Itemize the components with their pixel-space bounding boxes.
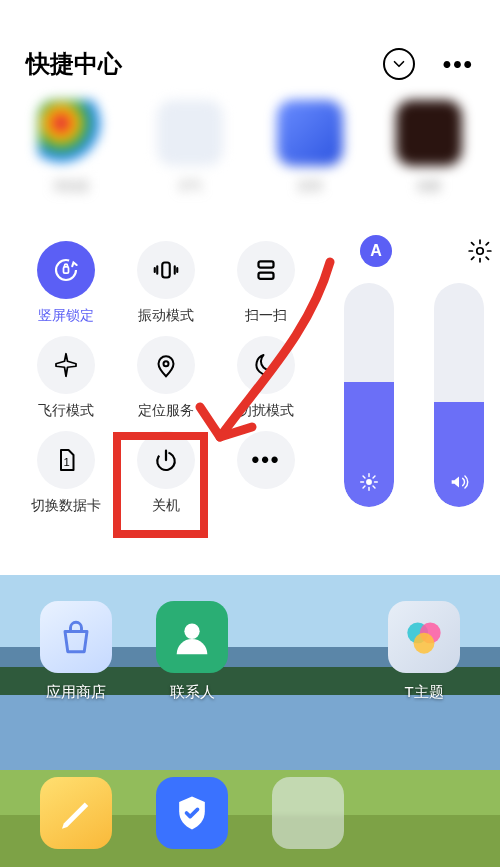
volume-slider[interactable] [434, 283, 484, 507]
recent-app-icon [157, 100, 223, 166]
svg-rect-2 [162, 263, 170, 278]
auto-brightness-badge[interactable]: A [360, 235, 392, 267]
recent-app-icon [38, 100, 104, 166]
quick-settings-panel: 快捷中心 ••• 浏览器 天气 应用 相册 [0, 0, 500, 575]
toggle-label: 定位服务 [138, 402, 194, 420]
recent-app-label: 浏览器 [53, 178, 89, 195]
toggle-label: 勿扰模式 [238, 402, 294, 420]
brightness-slider[interactable] [344, 283, 394, 507]
rotation-lock-icon [37, 241, 95, 299]
toggle-label: 飞行模式 [38, 402, 94, 420]
settings-button[interactable] [467, 238, 493, 264]
svg-rect-4 [259, 273, 274, 279]
toggle-more[interactable]: ••• [216, 431, 316, 526]
recent-app-label: 应用 [298, 178, 322, 195]
svg-line-18 [373, 476, 375, 478]
contacts-icon [156, 601, 228, 673]
app-label: T主题 [404, 683, 443, 702]
volume-fill [434, 402, 484, 507]
panel-header: 快捷中心 ••• [0, 0, 500, 100]
volume-icon [448, 471, 470, 493]
more-icon: ••• [237, 431, 295, 489]
app-label: 联系人 [170, 683, 215, 702]
svg-point-22 [414, 633, 435, 654]
svg-line-17 [363, 486, 365, 488]
sim-icon: 1 [37, 431, 95, 489]
overflow-menu-button[interactable]: ••• [443, 52, 474, 76]
svg-rect-1 [64, 267, 69, 273]
themes-icon [388, 601, 460, 673]
recent-app[interactable]: 天气 [138, 100, 243, 195]
toggle-vibrate[interactable]: 振动模式 [116, 241, 216, 336]
toggle-sim-switch[interactable]: 1 切换数据卡 [16, 431, 116, 526]
toggle-label: 切换数据卡 [31, 497, 101, 515]
vibrate-icon [137, 241, 195, 299]
recent-app[interactable]: 相册 [377, 100, 482, 195]
airplane-icon [37, 336, 95, 394]
app-themes[interactable]: T主题 [367, 601, 482, 702]
recent-app-label: 相册 [417, 178, 441, 195]
toggle-dnd[interactable]: 勿扰模式 [216, 336, 316, 431]
home-screen: 应用商店 联系人 T主题 [0, 575, 500, 867]
toggle-label: 振动模式 [138, 307, 194, 325]
svg-point-5 [164, 361, 169, 366]
dock-security[interactable] [156, 777, 228, 849]
app-store[interactable]: 应用商店 [19, 601, 134, 702]
recent-apps-row: 浏览器 天气 应用 相册 [0, 100, 500, 235]
brightness-icon [358, 471, 380, 493]
toggle-label: 扫一扫 [245, 307, 287, 325]
svg-point-10 [366, 479, 372, 485]
svg-point-9 [477, 248, 484, 255]
toggle-area: 竖屏锁定 振动模式 扫一扫 [0, 235, 500, 241]
app-contacts[interactable]: 联系人 [135, 601, 250, 702]
toggle-airplane[interactable]: 飞行模式 [16, 336, 116, 431]
toggle-rotation-lock[interactable]: 竖屏锁定 [16, 241, 116, 336]
recent-app[interactable]: 浏览器 [18, 100, 123, 195]
annotation-highlight-box [113, 432, 208, 538]
sliders-group: A [340, 235, 490, 517]
toggle-location[interactable]: 定位服务 [116, 336, 216, 431]
svg-line-16 [373, 486, 375, 488]
recent-app[interactable]: 应用 [257, 100, 362, 195]
location-icon [137, 336, 195, 394]
dnd-icon [237, 336, 295, 394]
svg-line-15 [363, 476, 365, 478]
chevron-down-icon [390, 55, 408, 73]
app-row: 应用商店 联系人 T主题 [0, 601, 500, 702]
collapse-button[interactable] [383, 48, 415, 80]
recent-app-label: 天气 [178, 178, 202, 195]
dock [0, 777, 500, 867]
panel-header-actions: ••• [383, 48, 474, 80]
svg-rect-3 [259, 261, 274, 267]
recent-app-icon [396, 100, 462, 166]
dock-notes[interactable] [40, 777, 112, 849]
toggle-label: 竖屏锁定 [38, 307, 94, 325]
toggle-scan[interactable]: 扫一扫 [216, 241, 316, 336]
app-label: 应用商店 [46, 683, 106, 702]
brightness-fill [344, 382, 394, 507]
svg-text:1: 1 [63, 456, 69, 468]
svg-point-19 [184, 624, 199, 639]
recent-app-icon [277, 100, 343, 166]
app-store-icon [40, 601, 112, 673]
panel-title: 快捷中心 [26, 48, 122, 80]
scan-icon [237, 241, 295, 299]
dock-folder[interactable] [272, 777, 344, 849]
